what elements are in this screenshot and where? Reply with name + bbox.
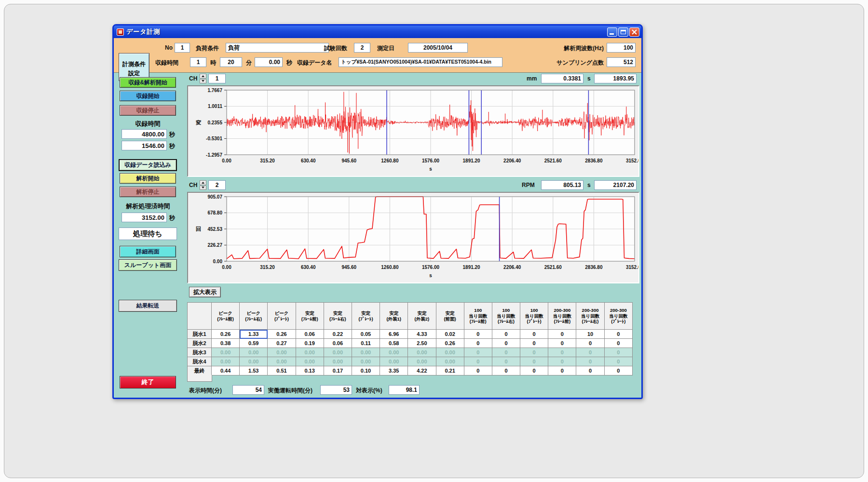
- table-cell[interactable]: 0: [576, 348, 604, 357]
- chart1-value-field[interactable]: [541, 74, 583, 83]
- table-cell[interactable]: 0: [464, 366, 492, 375]
- table-cell[interactable]: 0.59: [240, 339, 268, 348]
- close-button[interactable]: [629, 27, 639, 37]
- table-cell[interactable]: 0.00: [380, 348, 408, 357]
- chart2-cursor-field[interactable]: [594, 180, 637, 190]
- detail-screen-button[interactable]: 詳細画面: [120, 246, 176, 257]
- title-bar[interactable]: データ計測: [114, 26, 641, 38]
- transfer-results-button[interactable]: 結果転送: [119, 300, 177, 312]
- table-cell[interactable]: 0: [464, 330, 492, 339]
- table-cell[interactable]: 0.00: [408, 348, 436, 357]
- table-cell[interactable]: 0.00: [268, 348, 296, 357]
- table-cell[interactable]: 0: [604, 330, 632, 339]
- table-cell[interactable]: 0.00: [240, 348, 268, 357]
- table-cell[interactable]: 0.00: [324, 357, 352, 366]
- table-cell[interactable]: 0.17: [324, 366, 352, 375]
- display-time-field[interactable]: [232, 385, 264, 395]
- table-cell[interactable]: 0: [492, 357, 520, 366]
- table-cell[interactable]: 0.27: [268, 339, 296, 348]
- table-cell[interactable]: 0.00: [436, 348, 464, 357]
- chart2-value-field[interactable]: [541, 180, 583, 190]
- table-cell[interactable]: 0.06: [296, 330, 324, 339]
- throughput-screen-button[interactable]: スループット画面: [119, 259, 177, 271]
- table-cell[interactable]: 0: [576, 357, 604, 366]
- chart1-ch-down-button[interactable]: [200, 79, 206, 84]
- record-seconds-field[interactable]: [255, 57, 283, 67]
- table-cell[interactable]: 0.00: [212, 348, 240, 357]
- table-cell[interactable]: 0.00: [296, 348, 324, 357]
- table-cell[interactable]: 0.00: [296, 357, 324, 366]
- table-cell[interactable]: 0.44: [212, 366, 240, 375]
- analysis-stop-button[interactable]: 解析停止: [120, 187, 176, 197]
- table-cell[interactable]: 0.10: [352, 366, 380, 375]
- table-cell[interactable]: 0.00: [380, 357, 408, 366]
- operation-time-field[interactable]: [320, 385, 352, 395]
- table-cell[interactable]: 0.26: [268, 330, 296, 339]
- table-cell[interactable]: 0.00: [268, 357, 296, 366]
- table-cell[interactable]: 0.26: [436, 339, 464, 348]
- table-cell[interactable]: 0: [520, 339, 548, 348]
- table-cell[interactable]: 0: [464, 339, 492, 348]
- zoom-display-button[interactable]: 拡大表示: [189, 287, 221, 297]
- table-cell[interactable]: 0.00: [436, 357, 464, 366]
- sampling-points-field[interactable]: [607, 57, 636, 67]
- table-cell[interactable]: 0: [604, 357, 632, 366]
- table-cell[interactable]: 0: [548, 357, 576, 366]
- minimize-button[interactable]: [607, 27, 617, 37]
- no-field[interactable]: [175, 43, 190, 53]
- rpm-profile-chart[interactable]: 0.00315.20630.40945.601260.801576.001891…: [188, 193, 638, 282]
- table-cell[interactable]: 0.05: [352, 330, 380, 339]
- table-cell[interactable]: 0: [492, 366, 520, 375]
- table-cell[interactable]: 0.22: [324, 330, 352, 339]
- table-cell[interactable]: 0.26: [212, 330, 240, 339]
- maximize-button[interactable]: [618, 27, 628, 37]
- table-cell[interactable]: 0.00: [408, 357, 436, 366]
- table-cell[interactable]: 0.00: [352, 357, 380, 366]
- table-cell[interactable]: 0.00: [324, 348, 352, 357]
- table-cell[interactable]: 0: [520, 366, 548, 375]
- table-cell[interactable]: 0.11: [352, 339, 380, 348]
- table-cell[interactable]: 0: [604, 366, 632, 375]
- table-cell[interactable]: 4.33: [408, 330, 436, 339]
- record-analysis-start-button[interactable]: 収録&解析開始: [120, 77, 176, 88]
- table-cell[interactable]: 0.00: [212, 357, 240, 366]
- table-cell[interactable]: 0: [548, 366, 576, 375]
- record-time-set-field[interactable]: [122, 129, 167, 139]
- measure-date-field[interactable]: [408, 43, 468, 53]
- table-cell[interactable]: 0: [604, 339, 632, 348]
- table-cell[interactable]: 0: [492, 330, 520, 339]
- table-cell[interactable]: 1.33: [240, 330, 268, 339]
- table-cell[interactable]: 0.21: [436, 366, 464, 375]
- table-cell[interactable]: 2.50: [408, 339, 436, 348]
- table-cell[interactable]: 0: [464, 357, 492, 366]
- table-cell[interactable]: 0: [604, 348, 632, 357]
- chart1-plot[interactable]: 0.00315.20630.40945.601260.801576.001891…: [187, 85, 639, 177]
- table-cell[interactable]: 0: [520, 330, 548, 339]
- table-cell[interactable]: 3.35: [380, 366, 408, 375]
- chart1-ch-field[interactable]: [208, 74, 226, 83]
- table-cell[interactable]: 4.22: [408, 366, 436, 375]
- table-cell[interactable]: 0.19: [296, 339, 324, 348]
- ratio-field[interactable]: [389, 385, 420, 395]
- status-field[interactable]: [119, 228, 177, 240]
- table-cell[interactable]: 0: [520, 357, 548, 366]
- table-cell[interactable]: 0: [576, 339, 604, 348]
- table-cell[interactable]: 0.02: [436, 330, 464, 339]
- table-cell[interactable]: 0.51: [268, 366, 296, 375]
- exit-button[interactable]: 終了: [120, 376, 176, 388]
- chart1-ch-up-button[interactable]: [200, 74, 206, 79]
- table-cell[interactable]: 0: [520, 348, 548, 357]
- load-condition-field[interactable]: [226, 43, 329, 53]
- table-cell[interactable]: 0: [576, 366, 604, 375]
- test-count-field[interactable]: [354, 43, 370, 53]
- analysis-time-field[interactable]: [122, 213, 167, 222]
- load-data-button[interactable]: 収録データ読込み: [119, 159, 177, 171]
- table-cell[interactable]: 0.58: [380, 339, 408, 348]
- record-minutes-field[interactable]: [220, 57, 242, 67]
- record-start-button[interactable]: 収録開始: [120, 91, 176, 101]
- table-cell[interactable]: 0.06: [324, 339, 352, 348]
- vibration-waveform-chart[interactable]: 0.00315.20630.40945.601260.801576.001891…: [188, 86, 638, 176]
- table-cell[interactable]: 1.53: [240, 366, 268, 375]
- table-cell[interactable]: 6.96: [380, 330, 408, 339]
- table-cell[interactable]: 0: [492, 339, 520, 348]
